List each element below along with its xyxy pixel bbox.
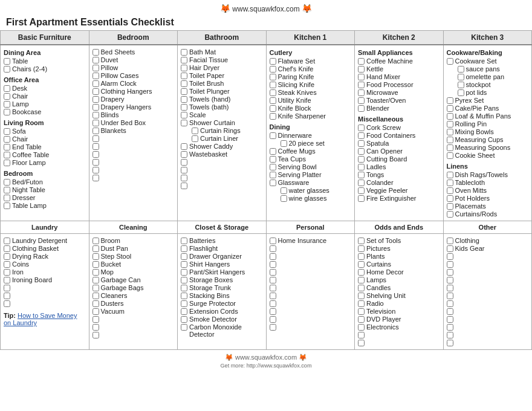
cb-20piece[interactable] xyxy=(281,140,287,147)
cb-pillow[interactable] xyxy=(92,65,99,71)
cb-chair-office[interactable] xyxy=(4,93,10,100)
cb-pot-holders[interactable] xyxy=(447,195,453,202)
cb-omelette-pan[interactable] xyxy=(458,74,464,80)
cb-steak-knives[interactable] xyxy=(270,89,276,96)
cb-sauce-pans[interactable] xyxy=(458,66,464,73)
cb-hair-dryer[interactable] xyxy=(181,65,187,71)
cb-bedroom-cb3[interactable] xyxy=(92,151,99,158)
cb-other-cb4[interactable] xyxy=(447,277,453,283)
cb-loaf-muffin-pans[interactable] xyxy=(447,113,453,120)
cb-plants[interactable] xyxy=(358,253,365,260)
cb-toilet-brush[interactable] xyxy=(181,80,187,87)
cb-smoke-detector[interactable] xyxy=(181,316,187,323)
cb-iron[interactable] xyxy=(4,269,10,276)
cb-tea-cups[interactable] xyxy=(270,156,276,163)
cb-extension-cords[interactable] xyxy=(181,308,187,315)
cb-bucket[interactable] xyxy=(92,261,99,268)
cb-drying-rack[interactable] xyxy=(4,253,10,260)
cb-bookcase[interactable] xyxy=(4,109,10,115)
cb-garbage-can[interactable] xyxy=(92,277,99,283)
cb-glassware[interactable] xyxy=(270,180,276,186)
cb-coffee-machine[interactable] xyxy=(358,58,365,65)
cb-toaster-oven[interactable] xyxy=(358,97,365,104)
cb-flashlight[interactable] xyxy=(181,245,187,252)
cb-towels-bath[interactable] xyxy=(181,104,187,111)
cb-veggie-peeler[interactable] xyxy=(358,187,365,194)
cb-knife-block[interactable] xyxy=(270,105,276,112)
cb-measuring-spoons[interactable] xyxy=(447,144,453,151)
cb-placemats[interactable] xyxy=(447,203,453,210)
cb-bath-cb3[interactable] xyxy=(181,175,187,181)
cb-laundry-cb1[interactable] xyxy=(4,285,10,291)
cb-shower-curtain[interactable] xyxy=(181,120,187,126)
cb-radio[interactable] xyxy=(358,300,365,307)
cb-shirt-hangers[interactable] xyxy=(181,261,187,268)
cb-carbon-monoxide[interactable] xyxy=(181,324,187,331)
cb-rolling-pin[interactable] xyxy=(447,121,453,128)
cb-personal-cb10[interactable] xyxy=(270,316,276,323)
cb-curtain-liner[interactable] xyxy=(192,135,198,142)
cb-bedroom-cb6[interactable] xyxy=(92,175,99,181)
cb-chair-lr[interactable] xyxy=(4,136,10,143)
cb-personal-cb1[interactable] xyxy=(270,245,276,252)
cb-lamps[interactable] xyxy=(358,277,365,283)
cb-personal-cb8[interactable] xyxy=(270,300,276,307)
cb-cookware-set[interactable] xyxy=(447,58,453,65)
cb-blender[interactable] xyxy=(358,105,365,112)
cb-microwave[interactable] xyxy=(358,89,365,96)
cb-odds-cb2[interactable] xyxy=(358,340,365,346)
cb-night-table[interactable] xyxy=(4,187,10,193)
cb-dresser[interactable] xyxy=(4,195,10,201)
cb-chefs-knife[interactable] xyxy=(270,66,276,73)
cb-other-cb2[interactable] xyxy=(447,261,453,268)
cb-curtains[interactable] xyxy=(358,261,365,268)
cb-personal-cb11[interactable] xyxy=(270,324,276,331)
cb-personal-cb3[interactable] xyxy=(270,261,276,268)
cb-tongs[interactable] xyxy=(358,172,365,178)
cb-laundry-detergent[interactable] xyxy=(4,238,10,244)
cb-bath-mat[interactable] xyxy=(181,49,187,56)
cb-other-cb9[interactable] xyxy=(447,316,453,323)
cb-curtains-rods[interactable] xyxy=(447,211,453,218)
cb-curtain-rings[interactable] xyxy=(192,128,198,134)
cb-bedroom-cb4[interactable] xyxy=(92,159,99,166)
cb-personal-cb5[interactable] xyxy=(270,277,276,283)
cb-knife-sharpener[interactable] xyxy=(270,113,276,120)
cb-other-cb6[interactable] xyxy=(447,293,453,299)
cb-cookie-sheet[interactable] xyxy=(447,152,453,159)
cb-oven-mitts[interactable] xyxy=(447,187,453,194)
cb-lamp[interactable] xyxy=(4,101,10,108)
cb-alarm-clock[interactable] xyxy=(92,80,99,87)
cb-hand-mixer[interactable] xyxy=(358,74,365,80)
cb-scale[interactable] xyxy=(181,112,187,118)
cb-bed-futon[interactable] xyxy=(4,179,10,186)
cb-other-cb5[interactable] xyxy=(447,285,453,291)
cb-dvd-player[interactable] xyxy=(358,316,365,323)
cb-colander[interactable] xyxy=(358,180,365,186)
cb-utility-knife[interactable] xyxy=(270,97,276,104)
cb-ironing-board[interactable] xyxy=(4,277,10,283)
cb-other-cb1[interactable] xyxy=(447,253,453,260)
cb-pictures[interactable] xyxy=(358,245,365,252)
cb-coffee-table[interactable] xyxy=(4,152,10,158)
cb-cork-screw[interactable] xyxy=(358,125,365,131)
cb-under-bed-box[interactable] xyxy=(92,120,99,126)
cb-facial-tissue[interactable] xyxy=(181,57,187,63)
cb-end-table[interactable] xyxy=(4,144,10,150)
cb-flatware-set[interactable] xyxy=(270,58,276,65)
cb-toilet-plunger[interactable] xyxy=(181,88,187,95)
cb-other-cb10[interactable] xyxy=(447,324,453,331)
cb-personal-cb4[interactable] xyxy=(270,269,276,276)
cb-bed-sheets[interactable] xyxy=(92,49,99,56)
cb-clothing[interactable] xyxy=(447,238,453,244)
cb-batteries[interactable] xyxy=(181,238,187,244)
cb-blinds[interactable] xyxy=(92,112,99,118)
cb-pot-lids[interactable] xyxy=(458,89,464,96)
cb-garbage-bags[interactable] xyxy=(92,285,99,291)
cb-electronics[interactable] xyxy=(358,324,365,331)
cb-odds-cb1[interactable] xyxy=(358,332,365,338)
cb-fire-extinguisher[interactable] xyxy=(358,195,365,202)
cb-spatula[interactable] xyxy=(358,140,365,147)
cb-candles[interactable] xyxy=(358,285,365,291)
cb-other-cb8[interactable] xyxy=(447,308,453,315)
